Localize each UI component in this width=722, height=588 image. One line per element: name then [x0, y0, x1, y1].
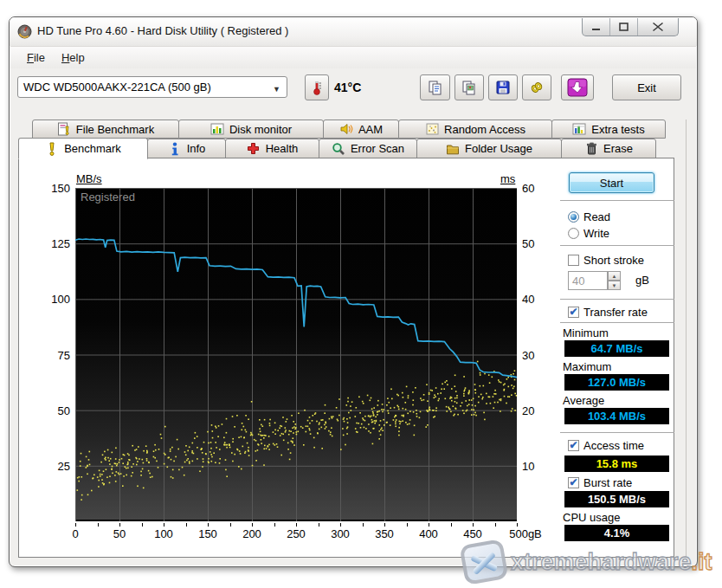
x-axis-label: 350 — [375, 527, 394, 540]
burst-rate-checkbox[interactable] — [568, 477, 579, 488]
drive-selector-value: WDC WD5000AAKX-221CA (500 gB) — [23, 81, 211, 94]
transfer-rate-checkbox[interactable] — [568, 307, 579, 318]
short-stroke-value: 40 — [572, 275, 584, 288]
x-axis-tick — [517, 523, 518, 527]
write-radio-row[interactable]: Write — [568, 227, 609, 240]
maximum-label: Maximum — [563, 360, 611, 373]
read-radio-row[interactable]: Read — [568, 210, 610, 223]
exit-button[interactable]: Exit — [612, 74, 681, 100]
menu-help[interactable]: Help — [61, 51, 85, 64]
tab-extra-tests[interactable]: Extra tests — [551, 120, 666, 139]
temperature-button[interactable] — [305, 74, 329, 100]
minimum-label: Minimum — [563, 326, 609, 339]
x-axis-tick — [119, 523, 120, 527]
transfer-rate-row[interactable]: Transfer rate — [568, 306, 648, 319]
right-axis-unit: ms — [500, 172, 515, 185]
menu-file[interactable]: File — [27, 51, 45, 64]
left-axis-tick-label: 100 — [35, 293, 70, 306]
right-axis-tick-label: 40 — [522, 293, 557, 306]
tab-benchmark[interactable]: Benchmark — [18, 138, 148, 159]
maximum-value: 127.0 MB/s — [564, 374, 669, 391]
panel-bevel — [686, 120, 687, 558]
title-bar: HD Tune Pro 4.60 - Hard Disk Utility ( R… — [10, 17, 697, 46]
tab-file-benchmark[interactable]: File Benchmark — [32, 120, 179, 139]
short-stroke-checkbox[interactable] — [568, 255, 579, 266]
right-axis-tick-label: 10 — [522, 460, 557, 473]
x-axis-tick — [75, 523, 76, 527]
random-access-icon — [425, 122, 439, 136]
copy-text-button[interactable] — [420, 74, 450, 100]
access-time-label: Access time — [583, 439, 644, 452]
tools-button[interactable] — [522, 74, 551, 100]
app-icon — [17, 24, 32, 39]
read-radio[interactable] — [568, 211, 579, 223]
average-label: Average — [563, 394, 604, 407]
cpu-usage-label: CPU usage — [563, 511, 620, 524]
cpu-usage-value: 4.1% — [564, 525, 669, 541]
access-time-value: 15.8 ms — [564, 456, 669, 472]
temperature-value: 41°C — [334, 81, 361, 94]
info-icon — [168, 142, 182, 156]
read-radio-label: Read — [583, 210, 610, 223]
divider — [560, 432, 674, 433]
access-time-row[interactable]: Access time — [568, 439, 644, 452]
x-axis-label: 0 — [72, 527, 78, 540]
copy-image-button[interactable] — [454, 74, 484, 100]
app-window: HD Tune Pro 4.60 - Hard Disk Utility ( R… — [9, 16, 698, 567]
folder-usage-icon — [446, 142, 460, 156]
tab-health[interactable]: Health — [225, 139, 319, 158]
menu-bar: FileHelp — [10, 46, 696, 68]
erase-icon — [584, 142, 598, 156]
health-icon — [247, 142, 261, 156]
disk-monitor-icon — [210, 122, 224, 136]
tab-erase[interactable]: Erase — [561, 139, 656, 158]
x-axis-tick — [407, 523, 408, 527]
x-axis-tick — [495, 523, 496, 527]
tab-label: Error Scan — [351, 142, 404, 155]
start-button-label: Start — [600, 177, 623, 190]
tab-aam[interactable]: AAM — [323, 120, 399, 139]
right-axis-tick-label: 30 — [522, 349, 557, 362]
tab-disk-monitor[interactable]: Disk monitor — [178, 120, 324, 139]
short-stroke-row[interactable]: Short stroke — [568, 254, 644, 267]
tab-info[interactable]: Info — [147, 139, 226, 158]
minimize-button[interactable] — [583, 18, 610, 36]
x-axis-label: 250 — [287, 527, 306, 540]
start-button[interactable]: Start — [569, 172, 654, 193]
close-button[interactable] — [638, 18, 678, 36]
tab-label: Erase — [603, 142, 633, 155]
write-radio[interactable] — [568, 228, 579, 239]
write-radio-label: Write — [583, 227, 609, 240]
burst-rate-row[interactable]: Burst rate — [568, 476, 632, 489]
divider — [560, 322, 674, 323]
download-button[interactable] — [561, 74, 594, 100]
stepper-up-button[interactable]: ▲ — [608, 271, 621, 281]
drive-selector[interactable]: WDC WD5000AAKX-221CA (500 gB) ▼ — [17, 76, 287, 98]
right-axis-tick-label: 60 — [522, 182, 557, 195]
tab-error-scan[interactable]: Error Scan — [319, 139, 417, 158]
maximize-button[interactable] — [610, 18, 638, 36]
tab-label: Info — [187, 142, 206, 155]
tab-row-bottom: BenchmarkInfoHealthError ScanFolder Usag… — [18, 139, 655, 158]
short-stroke-value-input[interactable]: 40 — [568, 271, 608, 290]
save-button[interactable] — [488, 74, 518, 100]
x-axis-tick — [208, 523, 209, 527]
x-axis-tick — [473, 523, 474, 527]
x-axis-tick — [98, 523, 99, 527]
x-axis-tick — [384, 523, 385, 527]
thermometer-icon — [311, 79, 323, 96]
divider — [560, 200, 674, 201]
tab-folder-usage[interactable]: Folder Usage — [416, 139, 562, 158]
error-scan-icon — [332, 142, 345, 156]
burst-rate-value: 150.5 MB/s — [564, 491, 669, 507]
window-controls — [582, 18, 679, 36]
access-time-checkbox[interactable] — [568, 440, 579, 451]
burst-rate-label: Burst rate — [583, 476, 632, 489]
minimum-value: 64.7 MB/s — [564, 340, 669, 357]
x-axis-label: 50 — [113, 527, 126, 540]
chevron-down-icon: ▼ — [273, 85, 280, 94]
stepper-down-button[interactable]: ▼ — [608, 281, 621, 290]
x-axis-label: 400 — [419, 527, 438, 540]
tab-random-access[interactable]: Random Access — [398, 120, 552, 139]
short-stroke-label: Short stroke — [583, 254, 644, 267]
